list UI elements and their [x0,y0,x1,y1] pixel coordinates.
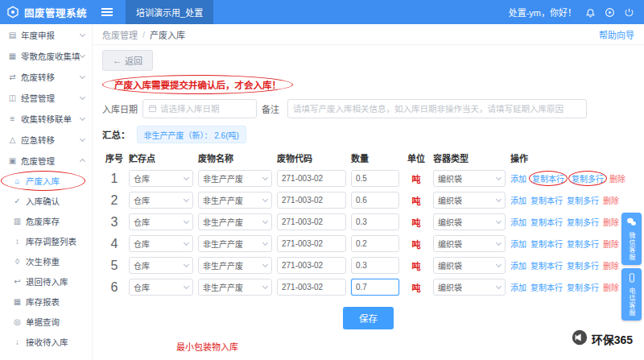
copy-row-link[interactable]: 复制本行 [530,194,563,206]
sidebar-item-10[interactable]: ▥危废库存 [0,211,92,231]
operations-cell: 添加复制本行复制多行删除 [508,216,634,228]
sidebar-item-6[interactable]: △应急转移 [0,129,92,150]
waste-code-input[interactable] [277,279,346,296]
float-phone-button[interactable]: 电话客服 [621,268,642,321]
delete-link[interactable]: 删除 [603,238,619,250]
remark-field[interactable] [287,99,587,118]
copy-row-link[interactable]: 复制本行 [530,259,563,271]
waste-name-select[interactable]: 非生产产废 [198,192,272,209]
copy-row-link[interactable]: 复制本行 [530,281,563,293]
container-select[interactable]: 编织袋 [433,257,506,274]
add-link[interactable]: 添加 [510,259,526,271]
sidebar-item-11[interactable]: ↕库存调整列表 [0,231,92,251]
sidebar-item-8[interactable]: ⌂产废入库 [0,171,92,191]
selected-value: 非生产产废 [203,281,243,293]
operations-cell: 添加复制本行复制多行删除 [508,259,634,271]
copy-multi-link[interactable]: 复制多行 [567,238,599,250]
copy-multi-link[interactable]: 复制多行 [567,194,599,206]
quantity-input[interactable] [351,235,399,252]
quantity-input[interactable] [351,213,399,230]
unit-label: 吨 [412,283,421,293]
waste-name-select[interactable]: 非生产产废 [198,257,272,274]
add-link[interactable]: 添加 [510,281,526,293]
sidebar-item-15[interactable]: ◎单据查询 [0,312,92,332]
hamburger-menu-icon[interactable] [101,11,113,13]
delete-link[interactable]: 删除 [603,281,619,293]
waste-code-input[interactable] [277,257,346,274]
storage-select[interactable]: 仓库 [129,170,193,187]
sidebar-item-9[interactable]: ✓入库确认 [0,191,92,211]
breadcrumb-item[interactable]: 危废管理 [102,28,138,41]
quantity-cell [349,170,402,187]
quantity-input[interactable] [351,170,399,187]
save-button[interactable]: 保存 [343,307,394,329]
waste-code-input[interactable] [277,170,346,187]
copy-multi-link[interactable]: 复制多行 [567,281,599,293]
bell-icon[interactable] [585,7,596,18]
play-circle-icon[interactable] [605,7,615,18]
copy-multi-link[interactable]: 复制多行 [567,216,599,228]
copy-row-link[interactable]: 复制本行 [530,238,563,250]
float-wechat-button[interactable]: 微信客服 [621,213,642,265]
add-link[interactable]: 添加 [510,238,526,250]
waste-name-select[interactable]: 非生产产废 [198,235,272,252]
quantity-input[interactable] [351,192,399,209]
copy-row-link[interactable]: 复制本行 [529,171,568,186]
quantity-input[interactable] [351,279,399,296]
add-link[interactable]: 添加 [510,172,526,184]
sidebar-item-2[interactable]: ▦零散危废收集填报 [0,45,92,66]
delete-link[interactable]: 删除 [603,216,619,228]
help-guide-link[interactable]: 帮助向导 [599,28,634,41]
waste-code-input[interactable] [277,235,346,252]
remark-input[interactable] [293,104,581,114]
delete-link[interactable]: 删除 [609,172,625,184]
main-panel: ← 返回 产废入库需要提交并确认后，才会入库！ 入库日期 备注 [93,45,644,358]
waste-code-cell [275,192,349,209]
date-field[interactable] [142,99,257,118]
sidebar-item-5[interactable]: ≡收集转移联单 [0,108,92,129]
add-link[interactable]: 添加 [510,194,526,206]
container-select[interactable]: 编织袋 [433,279,506,296]
storage-select[interactable]: 仓库 [129,257,193,274]
waste-code-input[interactable] [277,213,346,230]
copy-multi-link[interactable]: 复制多行 [568,171,607,186]
container-select[interactable]: 编织袋 [433,170,506,187]
back-button[interactable]: ← 返回 [102,50,153,71]
chevron-down-icon [496,175,502,180]
add-link[interactable]: 添加 [510,216,526,228]
active-workspace-tab[interactable]: 培训演示用_处置 [126,0,213,24]
waste-name-select[interactable]: 非生产产废 [198,170,272,187]
sidebar-item-3[interactable]: ⇄危废转移 [0,66,92,87]
storage-select[interactable]: 仓库 [129,279,193,296]
delete-link[interactable]: 删除 [603,259,619,271]
copy-row-link[interactable]: 复制本行 [530,216,563,228]
clipboard-icon: ▦ [7,52,18,60]
delete-link[interactable]: 删除 [603,194,619,206]
quantity-input[interactable] [351,257,399,274]
sidebar-item-1[interactable]: ▤年度申报 [0,24,92,45]
selected-value: 非生产产废 [203,194,243,206]
storage-select[interactable]: 仓库 [129,235,193,252]
sidebar-item-4[interactable]: ◫经营管理 [0,87,92,108]
chevron-down-icon [496,283,502,289]
footnote-text: 最小包装物入库 [176,340,634,353]
storage-cell: 仓库 [126,170,196,187]
waste-name-select[interactable]: 非生产产废 [198,279,272,296]
sidebar-item-12[interactable]: ◊次生称重 [0,251,92,271]
waste-code-input[interactable] [277,192,346,209]
date-label: 入库日期 [102,102,138,115]
storage-select[interactable]: 仓库 [129,213,193,230]
column-header: 废物代码 [275,151,349,164]
storage-select[interactable]: 仓库 [129,192,193,209]
waste-name-select[interactable]: 非生产产废 [198,213,272,230]
date-input[interactable] [160,104,251,114]
power-icon[interactable] [624,7,634,18]
container-select[interactable]: 编织袋 [433,235,506,252]
container-select[interactable]: 编织袋 [433,213,506,230]
copy-multi-link[interactable]: 复制多行 [567,259,599,271]
sidebar-item-7[interactable]: ▣危废管理 [0,150,92,171]
container-select[interactable]: 编织袋 [433,192,506,209]
sidebar-item-13[interactable]: ↩退回待入库 [0,271,92,292]
sidebar-item-14[interactable]: ▦库存报表 [0,292,92,312]
sidebar-item-16[interactable]: ↓接收待入库 [0,332,92,352]
